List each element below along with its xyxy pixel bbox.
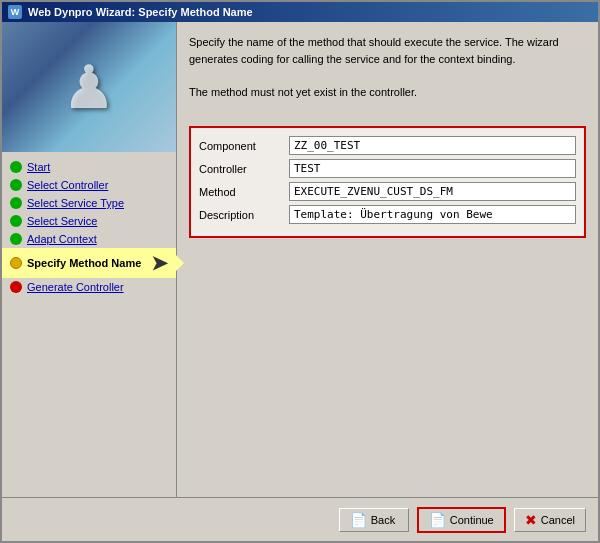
form-box: Component ZZ_00_TEST Controller TEST Met… [189,126,586,238]
form-row: Component ZZ_00_TEST [199,136,576,155]
form-row: Method EXECUTE_ZVENU_CUST_DS_FM [199,182,576,201]
main-window: W Web Dynpro Wizard: Specify Method Name… [0,0,600,543]
nav-dot-select-controller [10,179,22,191]
sidebar-item-label-select-controller: Select Controller [27,179,108,191]
sidebar-item-label-generate-controller: Generate Controller [27,281,124,293]
desc-line2: The method must not yet exist in the con… [189,86,417,98]
cancel-icon: ✖ [525,512,537,528]
back-button[interactable]: 📄 Back [339,508,409,532]
form-label: Component [199,140,289,152]
nav-dot-specify-method-name [10,257,22,269]
title-bar: W Web Dynpro Wizard: Specify Method Name [2,2,598,22]
form-value[interactable]: ZZ_00_TEST [289,136,576,155]
main-content: Specify the name of the method that shou… [177,22,598,497]
form-label: Description [199,209,289,221]
sidebar-item-adapt-context[interactable]: Adapt Context [2,230,176,248]
nav-dot-adapt-context [10,233,22,245]
form-value[interactable]: EXECUTE_ZVENU_CUST_DS_FM [289,182,576,201]
nav-items: Start Select Controller Select Service T… [2,152,176,497]
nav-dot-select-service-type [10,197,22,209]
desc-line1: Specify the name of the method that shou… [189,36,559,65]
sidebar: ♟ Start Select Controller Select Service… [2,22,177,497]
sidebar-item-label-specify-method-name: Specify Method Name [27,257,141,269]
form-row: Description Template: Übertragung von Be… [199,205,576,224]
form-value[interactable]: TEST [289,159,576,178]
sidebar-item-select-controller[interactable]: Select Controller [2,176,176,194]
sidebar-item-specify-method-name[interactable]: Specify Method Name ➤ [2,248,176,278]
sidebar-item-label-adapt-context: Adapt Context [27,233,97,245]
description-text: Specify the name of the method that shou… [189,34,586,100]
continue-button[interactable]: 📄 Continue [417,507,506,533]
sidebar-item-select-service[interactable]: Select Service [2,212,176,230]
sidebar-item-select-service-type[interactable]: Select Service Type [2,194,176,212]
sidebar-image: ♟ [2,22,176,152]
title-bar-icon: W [8,5,22,19]
bottom-bar: 📄 Back 📄 Continue ✖ Cancel [2,497,598,541]
content-area: ♟ Start Select Controller Select Service… [2,22,598,497]
back-icon: 📄 [350,512,367,528]
nav-dot-generate-controller [10,281,22,293]
cancel-button[interactable]: ✖ Cancel [514,508,586,532]
window-title: Web Dynpro Wizard: Specify Method Name [28,6,253,18]
form-row: Controller TEST [199,159,576,178]
sidebar-item-label-select-service: Select Service [27,215,97,227]
active-arrow: ➤ [151,251,168,275]
continue-label: Continue [450,514,494,526]
sidebar-item-generate-controller[interactable]: Generate Controller [2,278,176,296]
nav-dot-select-service [10,215,22,227]
sidebar-item-label-start: Start [27,161,50,173]
sidebar-item-label-select-service-type: Select Service Type [27,197,124,209]
chess-piece-icon: ♟ [62,52,116,122]
sidebar-item-start[interactable]: Start [2,158,176,176]
form-label: Controller [199,163,289,175]
back-label: Back [371,514,395,526]
form-label: Method [199,186,289,198]
nav-dot-start [10,161,22,173]
cancel-label: Cancel [541,514,575,526]
form-value[interactable]: Template: Übertragung von Bewe [289,205,576,224]
continue-icon: 📄 [429,512,446,528]
